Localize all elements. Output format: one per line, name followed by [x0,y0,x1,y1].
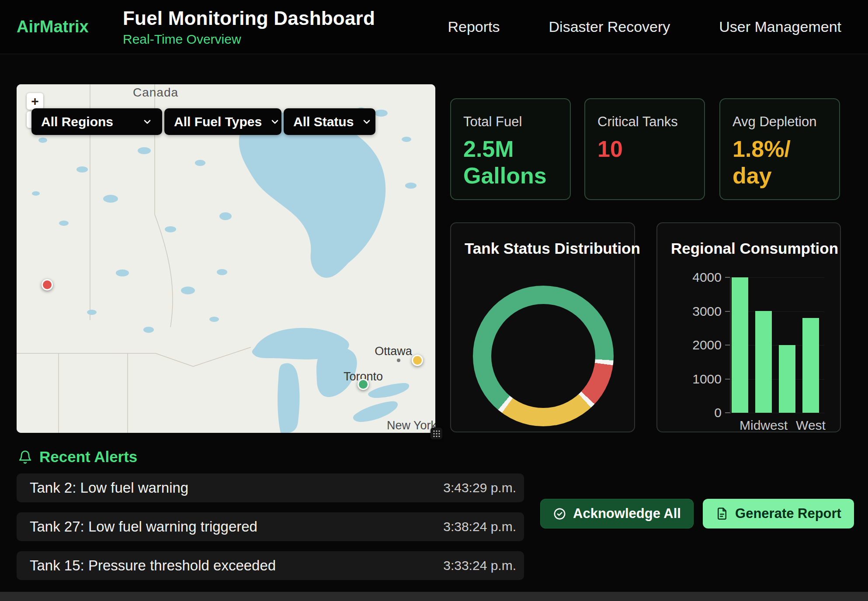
alert-row[interactable]: Tank 27: Low fuel warning triggered 3:38… [17,512,524,541]
nav-disaster-recovery[interactable]: Disaster Recovery [549,18,670,35]
alert-time: 3:43:29 p.m. [443,480,516,495]
y-tick-label: 3000 [692,304,722,319]
stat-card-avg-depletion: Avg Depletion 1.8%/ day [719,98,840,200]
stat-value: 10 [597,136,692,162]
fuel-monitoring-dashboard: AirMatrix Fuel Monitoring Dashboard Real… [0,0,868,601]
resize-grip-icon[interactable] [431,428,442,439]
app-logo: AirMatrix [17,17,89,36]
alert-time: 3:38:24 p.m. [443,519,516,534]
alert-row[interactable]: Tank 15: Pressure threshold exceeded 3:3… [17,551,524,580]
alert-message: Tank 15: Pressure threshold exceeded [30,557,276,574]
nav-reports[interactable]: Reports [448,18,500,35]
y-tick-label: 2000 [692,338,722,352]
main-nav: Reports Disaster Recovery User Managemen… [448,18,842,35]
chevron-down-icon [142,117,153,127]
x-tick-label: Midwest [740,418,788,433]
alert-message: Tank 2: Low fuel warning [30,480,188,496]
recent-alerts-header: Recent Alerts [18,448,137,466]
generate-report-label: Generate Report [735,506,841,522]
stat-label: Total Fuel [463,114,558,130]
regional-consumption-title: Regional Consumption [671,240,838,257]
page-title: Fuel Monitoring Dashboard [123,7,375,29]
y-axis-line [730,277,731,414]
stat-card-critical-tanks: Critical Tanks 10 [584,98,705,200]
title-block: Fuel Monitoring Dashboard Real-Time Over… [123,7,375,47]
fuel-type-filter-select[interactable]: All Fuel Types [164,108,281,135]
y-tick-label: 0 [714,405,722,420]
stat-card-total-fuel: Total Fuel 2.5M Gallons [450,98,571,200]
regional-bars [732,277,824,413]
consumption-bar[interactable] [732,277,748,413]
acknowledge-all-button[interactable]: Acknowledge All [540,499,694,528]
recent-alerts-title: Recent Alerts [39,448,137,466]
ottawa-city-dot [397,359,400,362]
report-document-icon [715,507,729,520]
generate-report-button[interactable]: Generate Report [703,499,854,528]
tank-status-title: Tank Status Distribution [465,240,640,257]
stat-label: Avg Depletion [733,114,827,130]
stat-value: 2.5M Gallons [463,136,558,190]
regional-consumption-card: Regional Consumption 40003000200010000 M… [656,222,841,432]
y-tick-label: 4000 [692,270,722,285]
fuel-type-filter-value: All Fuel Types [174,114,262,129]
tank-status-donut[interactable] [473,286,614,426]
consumption-bar[interactable] [802,318,819,413]
chevron-down-icon [270,117,280,127]
chevron-down-icon [361,117,372,127]
zoom-in-button[interactable]: + [27,93,43,110]
map-filter-bar: All Regions All Fuel Types All Status [31,108,375,135]
bell-icon [18,450,32,464]
stat-label: Critical Tanks [597,114,692,130]
consumption-bar[interactable] [779,345,795,413]
x-tick-label: West [796,418,826,433]
alert-row[interactable]: Tank 2: Low fuel warning 3:43:29 p.m. [17,473,524,502]
nav-user-management[interactable]: User Management [719,18,841,35]
y-tick-label: 1000 [692,372,722,387]
page-subtitle: Real-Time Overview [123,32,375,47]
tank-status-card: Tank Status Distribution [450,222,635,432]
map-marker-normal[interactable] [358,379,369,390]
map-label-new-york: New York [387,419,435,432]
consumption-bar[interactable] [755,311,772,413]
status-filter-value: All Status [293,114,354,129]
map-canvas[interactable]: Canada Ottawa Toronto New York [17,84,435,433]
map-marker-critical[interactable] [42,279,53,290]
check-circle-icon [553,507,566,521]
header: AirMatrix Fuel Monitoring Dashboard Real… [0,0,868,54]
alert-time: 3:33:24 p.m. [443,558,516,573]
donut-hole [491,304,595,408]
bottom-bar [0,592,868,601]
acknowledge-all-label: Acknowledge All [573,506,681,522]
region-filter-value: All Regions [41,114,113,129]
region-filter-select[interactable]: All Regions [31,108,162,135]
stat-value: 1.8%/ day [733,136,827,190]
map-marker-warning[interactable] [412,355,423,366]
map-panel[interactable]: Canada Ottawa Toronto New York + All Reg… [17,84,435,433]
alert-message: Tank 27: Low fuel warning triggered [30,518,257,535]
map-label-canada: Canada [133,86,178,99]
status-filter-select[interactable]: All Status [284,108,375,135]
map-label-ottawa: Ottawa [375,345,413,358]
